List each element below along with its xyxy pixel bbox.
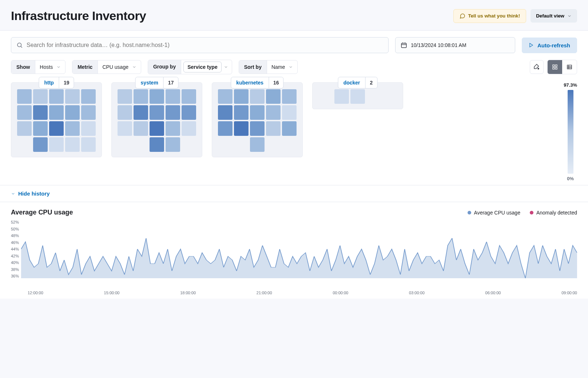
host-cell[interactable] (166, 105, 180, 120)
metric-label: Metric (72, 60, 98, 74)
autorefresh-button[interactable]: Auto-refresh (522, 38, 577, 53)
svg-point-0 (17, 43, 21, 47)
comment-icon (460, 13, 465, 19)
host-cell[interactable] (17, 89, 32, 104)
host-cell[interactable] (81, 105, 96, 120)
page-title: Infrastructure Inventory (11, 9, 146, 23)
host-cell[interactable] (166, 89, 180, 104)
sortby-value: Name (271, 64, 285, 70)
svg-point-7 (538, 68, 539, 69)
host-cell[interactable] (266, 89, 281, 104)
host-cell[interactable] (118, 121, 132, 136)
legend-anomaly[interactable]: Anomaly detected (530, 210, 577, 216)
host-cell[interactable] (33, 89, 48, 104)
y-tick: 36% (11, 274, 19, 278)
chart-title: Average CPU usage (11, 209, 73, 216)
groupby-value: Service type (187, 64, 218, 70)
y-tick: 52% (11, 220, 19, 224)
legend-avg[interactable]: Average CPU usage (468, 210, 520, 216)
host-cell[interactable] (49, 137, 64, 152)
legend-settings-button[interactable] (530, 60, 544, 74)
host-cell[interactable] (166, 121, 180, 136)
host-cell[interactable] (150, 105, 164, 120)
view-dropdown[interactable]: Default view (531, 9, 577, 23)
host-cell[interactable] (81, 89, 96, 104)
svg-rect-8 (553, 65, 555, 67)
search-input-wrapper[interactable] (11, 37, 389, 53)
host-cell[interactable] (81, 137, 96, 152)
host-cell[interactable] (33, 121, 48, 136)
host-cell[interactable] (182, 105, 196, 120)
host-cell[interactable] (234, 105, 249, 120)
host-cell[interactable] (218, 89, 233, 104)
group-count: 17 (164, 77, 178, 88)
chevron-down-icon (132, 65, 136, 69)
host-cell[interactable] (266, 121, 281, 136)
sortby-select[interactable]: Name (267, 60, 297, 74)
chart-x-axis: 12:00:0015:00:0018:00:0021:00:0000:00:00… (11, 289, 577, 295)
host-cell[interactable] (150, 121, 164, 136)
host-cell[interactable] (250, 89, 265, 104)
y-tick: 40% (11, 260, 19, 265)
show-select[interactable]: Hosts (35, 60, 65, 74)
waffle-group-system: system17 (111, 82, 202, 157)
feedback-button[interactable]: Tell us what you think! (453, 9, 527, 23)
metric-select[interactable]: CPU usage (98, 60, 141, 74)
host-cell[interactable] (182, 121, 196, 136)
metric-value: CPU usage (102, 64, 128, 70)
host-cell[interactable] (166, 137, 180, 152)
table-view-button[interactable] (562, 60, 577, 74)
chart-plot[interactable] (21, 220, 577, 289)
host-cell[interactable] (65, 137, 80, 152)
group-tag[interactable]: system17 (135, 77, 179, 88)
host-cell[interactable] (266, 105, 281, 120)
host-cell[interactable] (134, 89, 148, 104)
host-cell[interactable] (250, 137, 265, 152)
host-cell[interactable] (65, 89, 80, 104)
host-cell[interactable] (65, 121, 80, 136)
host-cell[interactable] (218, 105, 233, 120)
search-input[interactable] (27, 42, 383, 48)
group-tag[interactable]: kubernetes16 (231, 77, 283, 88)
host-cell[interactable] (134, 121, 148, 136)
scale-min: 0% (567, 176, 574, 181)
host-cell[interactable] (134, 105, 148, 120)
host-cell[interactable] (81, 121, 96, 136)
host-cell[interactable] (150, 137, 164, 152)
host-cell[interactable] (118, 105, 132, 120)
host-cell[interactable] (33, 105, 48, 120)
host-cell[interactable] (234, 121, 249, 136)
host-cell[interactable] (150, 89, 164, 104)
group-tag[interactable]: http19 (39, 77, 74, 88)
host-cell[interactable] (118, 89, 132, 104)
host-cell[interactable] (250, 105, 265, 120)
host-cell[interactable] (33, 137, 48, 152)
host-cell[interactable] (350, 89, 365, 104)
groupby-select[interactable]: Service type (183, 62, 222, 72)
host-cell[interactable] (17, 121, 32, 136)
hide-history-toggle[interactable]: Hide history (11, 190, 577, 197)
x-tick: 03:00:00 (409, 291, 425, 295)
host-cell[interactable] (49, 121, 64, 136)
group-name: http (39, 77, 59, 88)
host-cell[interactable] (250, 121, 265, 136)
datetime-picker[interactable]: 10/13/2024 10:08:01 AM (395, 37, 515, 53)
group-tag[interactable]: docker2 (338, 77, 378, 88)
host-cell[interactable] (65, 105, 80, 120)
x-tick: 21:00:00 (257, 291, 272, 295)
host-cell[interactable] (49, 89, 64, 104)
host-cell[interactable] (234, 89, 249, 104)
host-cell[interactable] (218, 121, 233, 136)
host-cell[interactable] (282, 105, 297, 120)
grid-view-button[interactable] (548, 60, 562, 74)
x-tick: 18:00:00 (180, 291, 196, 295)
host-cell[interactable] (49, 105, 64, 120)
host-cell[interactable] (334, 89, 349, 104)
page-header: Infrastructure Inventory Tell us what yo… (0, 0, 588, 31)
host-cell[interactable] (282, 121, 297, 136)
host-cell[interactable] (182, 89, 196, 104)
sortby-label: Sort by (239, 60, 267, 74)
y-tick: 50% (11, 227, 19, 231)
host-cell[interactable] (282, 89, 297, 104)
host-cell[interactable] (17, 105, 32, 120)
